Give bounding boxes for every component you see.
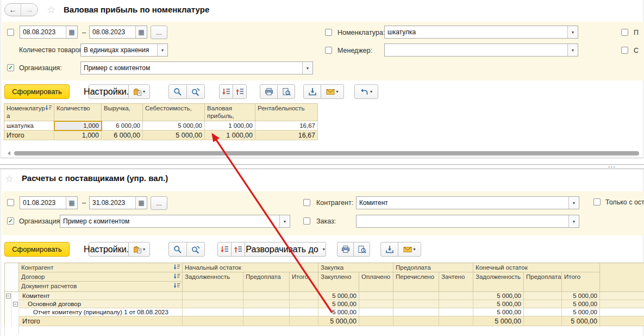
search-button[interactable] <box>168 84 187 99</box>
cell-closing-debt[interactable]: 5 000,00 <box>473 308 524 316</box>
expand-to-button[interactable]: Разворачивать до ▾ <box>245 242 326 257</box>
cell[interactable] <box>359 308 393 316</box>
table-row[interactable]: − Основной договор 5 000,00 5 000,00 5 0… <box>5 300 644 308</box>
cell[interactable] <box>183 308 243 316</box>
cell-profit[interactable]: 1 000,00 <box>205 121 255 130</box>
column-header-margin[interactable]: Рентабельность <box>255 104 318 121</box>
report-variants-button[interactable]: ▾ <box>128 84 150 99</box>
chevron-down-icon[interactable] <box>157 44 167 56</box>
cell[interactable] <box>290 308 318 316</box>
revert-settings-button[interactable]: ▾ <box>354 84 378 99</box>
report1-period-more-button[interactable]: ... <box>151 26 167 39</box>
cell-closing-total[interactable]: 5 000,00 <box>562 308 600 316</box>
horizontal-scrollbar-thumb[interactable] <box>14 151 639 155</box>
chevron-down-icon[interactable] <box>279 215 290 227</box>
total-label[interactable]: Итого <box>4 130 54 140</box>
calendar-icon[interactable] <box>135 197 147 209</box>
report2-organization-checkbox[interactable] <box>7 217 14 225</box>
cell[interactable] <box>243 300 290 308</box>
print-preview-button[interactable] <box>277 84 295 99</box>
report2-generate-button[interactable]: Сформировать <box>4 242 70 257</box>
collapse-all-button[interactable] <box>231 242 245 257</box>
cell-quantity-selected[interactable]: 1,000 <box>54 121 102 130</box>
expand-all-button[interactable] <box>217 242 232 257</box>
chevron-down-icon[interactable] <box>567 44 578 56</box>
cell[interactable] <box>393 300 439 308</box>
only-remainder-checkbox[interactable] <box>593 198 601 206</box>
quantity-combo[interactable]: В единицах хранения <box>80 43 168 57</box>
cell[interactable] <box>243 316 290 326</box>
collapse-node-icon[interactable]: − <box>6 294 11 298</box>
cell-margin[interactable]: 16,67 <box>255 121 318 130</box>
report1-organization-checkbox[interactable] <box>7 64 14 71</box>
column-header-gross-profit[interactable]: Валовая прибыль, <box>205 104 255 121</box>
cell[interactable] <box>359 300 393 308</box>
manager-combo[interactable] <box>384 43 578 57</box>
nomenclature-combo[interactable]: шкатулка <box>384 26 578 39</box>
search-button[interactable] <box>168 242 187 257</box>
cell-closing-total[interactable]: 5 000,00 <box>562 300 600 308</box>
row-label[interactable]: Комитент <box>19 292 183 300</box>
column-header-settlement-doc[interactable]: Документ расчетов <box>19 282 183 292</box>
table-row[interactable]: − Комитент 5 000,00 5 000,00 5 000,00 <box>5 292 644 300</box>
cell-cost[interactable]: 5 000,00 <box>143 121 205 130</box>
cell[interactable] <box>524 300 562 308</box>
settings-button[interactable]: Настройки... <box>89 242 129 257</box>
favorite-star-icon[interactable]: ☆ <box>5 174 14 184</box>
cell[interactable] <box>359 316 393 326</box>
column-header-cost[interactable]: Себестоимость, <box>143 104 205 121</box>
back-button[interactable]: ← <box>5 4 21 16</box>
cell-closing-total[interactable]: 5 000,00 <box>562 292 600 300</box>
search-next-button[interactable] <box>186 242 205 257</box>
cell-closing-debt[interactable]: 5 000,00 <box>473 316 524 326</box>
column-header-quantity[interactable]: Количество <box>54 104 102 121</box>
settings-button[interactable]: Настройки... <box>89 84 129 99</box>
cell[interactable] <box>243 308 290 316</box>
collapse-all-button[interactable] <box>233 84 247 99</box>
cell[interactable] <box>439 316 473 326</box>
report1-period-checkbox[interactable] <box>7 29 14 36</box>
total-profit[interactable]: 1 000,00 <box>205 130 255 140</box>
row-label[interactable]: Основной договор <box>19 300 183 308</box>
cell[interactable] <box>524 316 562 326</box>
chevron-down-icon[interactable] <box>568 197 579 209</box>
report1-date-from[interactable]: 08.08.2023 <box>20 26 78 39</box>
total-label[interactable]: Итого <box>19 316 183 326</box>
send-mail-button[interactable]: ▾ <box>321 84 344 99</box>
report1-date-to[interactable]: 08.08.2023 <box>89 26 147 39</box>
total-revenue[interactable]: 6 000,00 <box>102 130 143 140</box>
collapse-node-icon[interactable]: − <box>13 302 18 307</box>
cell-nomenclature[interactable]: шкатулка <box>4 121 54 130</box>
cell-purchased[interactable]: 5 000,00 <box>318 300 359 308</box>
column-header-contract[interactable]: Договор <box>19 272 183 282</box>
report2-date-from[interactable]: 01.08.2023 <box>20 196 78 209</box>
search-next-button[interactable] <box>186 84 205 99</box>
cell-closing-debt[interactable]: 5 000,00 <box>473 300 524 308</box>
cell[interactable] <box>290 300 318 308</box>
manager-checkbox[interactable] <box>325 47 332 54</box>
splitter-handle[interactable]: … <box>608 160 616 169</box>
total-row[interactable]: Итого 5 000,00 5 000,00 5 000,00 <box>5 316 644 326</box>
report1-generate-button[interactable]: Сформировать <box>4 84 70 99</box>
calendar-icon[interactable] <box>135 26 147 38</box>
table-row[interactable]: Отчет комитенту (принципалу) 1 от 08.08.… <box>5 308 644 316</box>
column-header-revenue[interactable]: Выручка, <box>102 104 143 121</box>
cell[interactable] <box>290 292 318 300</box>
chevron-down-icon[interactable] <box>302 62 312 74</box>
column-header-nomenclature[interactable]: Номенклатура <box>4 104 54 121</box>
cell[interactable] <box>183 300 243 308</box>
cell[interactable] <box>290 316 318 326</box>
report2-period-more-button[interactable]: ... <box>151 196 167 210</box>
report-variants-button[interactable]: ▾ <box>128 242 150 257</box>
column-header-contragent[interactable]: Контрагент <box>19 263 183 272</box>
send-mail-button[interactable]: ▾ <box>398 242 421 257</box>
cell[interactable] <box>393 308 439 316</box>
expand-all-button[interactable] <box>219 84 233 99</box>
print-button[interactable] <box>260 84 278 99</box>
cell-purchased[interactable]: 5 000,00 <box>318 308 359 316</box>
cell[interactable] <box>524 308 562 316</box>
calendar-icon[interactable] <box>66 197 77 209</box>
contragent-combo[interactable]: Комитент <box>356 196 579 209</box>
scrollbar-left-arrow[interactable] <box>8 151 10 155</box>
favorite-star-icon[interactable]: ☆ <box>47 5 55 15</box>
